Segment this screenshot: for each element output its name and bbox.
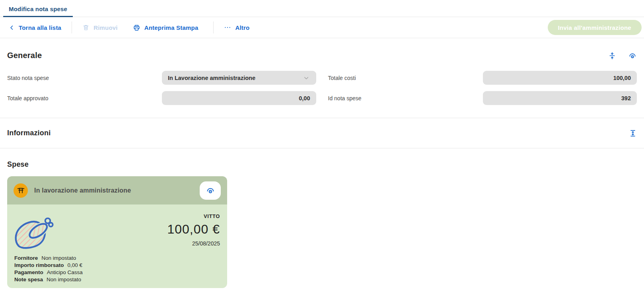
section-spese: Spese In lavorazione amministrazione [0, 160, 644, 288]
more-button[interactable]: Altro [220, 21, 253, 34]
amount-block: VITTO 100,00 € 25/08/2025 [167, 209, 220, 247]
detail-label: Importo rimborsato [14, 262, 64, 268]
eye-icon [628, 51, 637, 60]
detail-label: Pagamento [14, 269, 43, 275]
detail-value: Non impostato [47, 277, 81, 282]
collapse-section-button[interactable] [608, 52, 616, 60]
detail-label: Fornitore [14, 255, 38, 261]
section-generale: Generale [0, 51, 644, 118]
remove-label: Rimuovi [93, 24, 118, 31]
totale-costi-field[interactable]: 100,00 [483, 71, 637, 85]
tab-label: Modifica nota spese [9, 6, 67, 12]
form-row-totale-costi: Totale costi 100,00 [328, 71, 637, 85]
stato-value: In Lavorazione amministrazione [168, 75, 255, 81]
detail-row-importo-rimborsato: Importo rimborsato0,00 € [14, 262, 220, 269]
submit-to-administration-button[interactable]: Invia all'amministrazione [548, 20, 642, 35]
id-nota-spese-field[interactable]: 392 [483, 91, 637, 105]
section-informazioni: Informazioni [0, 118, 644, 148]
totale-costi-value: 100,00 [613, 75, 631, 81]
id-nota-spese-value: 392 [621, 95, 631, 101]
printer-icon [133, 24, 140, 31]
back-to-list-label: Torna alla lista [19, 24, 61, 31]
stato-label: Stato nota spese [7, 75, 162, 81]
chevron-down-icon [302, 74, 310, 82]
detail-label: Note spesa [14, 277, 43, 282]
tab-bar: Modifica nota spese [0, 0, 644, 17]
turkey-illustration [14, 216, 54, 251]
expense-card: In lavorazione amministrazione [7, 176, 227, 288]
print-preview-label: Anteprima Stampa [144, 24, 198, 31]
form-row-id-nota-spese: Id nota spese 392 [328, 91, 637, 105]
expand-vertical-icon [629, 129, 637, 137]
totale-approvato-label: Totale approvato [7, 95, 162, 101]
food-table-icon [17, 186, 25, 195]
detail-value: 0,00 € [68, 262, 83, 268]
expand-section-button[interactable] [629, 129, 637, 137]
eye-icon [206, 186, 215, 195]
more-label: Altro [235, 24, 249, 31]
print-preview-button[interactable]: Anteprima Stampa [129, 21, 202, 35]
expense-card-header: In lavorazione amministrazione [7, 176, 227, 204]
toolbar: Torna alla lista Rimuovi Antep [0, 17, 644, 38]
detail-row-pagamento: PagamentoAnticipo Cassa [14, 269, 220, 276]
expense-date: 25/08/2025 [167, 240, 220, 247]
generale-section-actions [608, 51, 637, 60]
expense-details: FornitoreNon impostato Importo rimborsat… [14, 255, 220, 283]
tab-modifica-nota-spese[interactable]: Modifica nota spese [3, 1, 73, 17]
totale-approvato-field[interactable]: 0,00 [162, 91, 316, 105]
detail-row-note-spesa: Note spesaNon impostato [14, 276, 220, 283]
ellipsis-icon [224, 24, 231, 31]
detail-value: Anticipo Cassa [47, 269, 83, 275]
trash-icon [82, 24, 89, 31]
back-to-list-button[interactable]: Torna alla lista [5, 21, 65, 34]
totale-approvato-value: 0,00 [299, 95, 310, 101]
stato-select[interactable]: In Lavorazione amministrazione [162, 71, 316, 85]
preview-section-button[interactable] [628, 51, 637, 60]
category-badge [14, 183, 28, 198]
spese-title: Spese [7, 160, 637, 169]
app-window: Modifica nota spese Torna alla lista Rim… [0, 0, 644, 288]
form-row-totale-approvato: Totale approvato 0,00 [7, 91, 316, 105]
collapse-vertical-icon [608, 52, 616, 60]
expense-category: VITTO [167, 213, 220, 219]
chevron-left-icon [9, 25, 15, 31]
toolbar-divider [213, 21, 214, 33]
detail-row-fornitore: FornitoreNon impostato [14, 255, 220, 262]
generale-form: Stato nota spese In Lavorazione amminist… [7, 71, 637, 118]
totale-costi-label: Totale costi [328, 75, 483, 81]
expense-status: In lavorazione amministrazione [34, 187, 131, 194]
generale-title: Generale [7, 51, 42, 60]
detail-value: Non impostato [41, 255, 76, 261]
expense-preview-button[interactable] [200, 181, 221, 200]
section-divider [0, 148, 644, 148]
id-nota-spese-label: Id nota spese [328, 95, 483, 101]
toolbar-divider [72, 21, 72, 33]
expense-amount: 100,00 € [167, 222, 220, 237]
form-row-stato: Stato nota spese In Lavorazione amminist… [7, 71, 316, 85]
expense-card-body: VITTO 100,00 € 25/08/2025 FornitoreNon i… [7, 204, 227, 288]
remove-button[interactable]: Rimuovi [78, 21, 122, 34]
informazioni-title: Informazioni [7, 129, 51, 137]
